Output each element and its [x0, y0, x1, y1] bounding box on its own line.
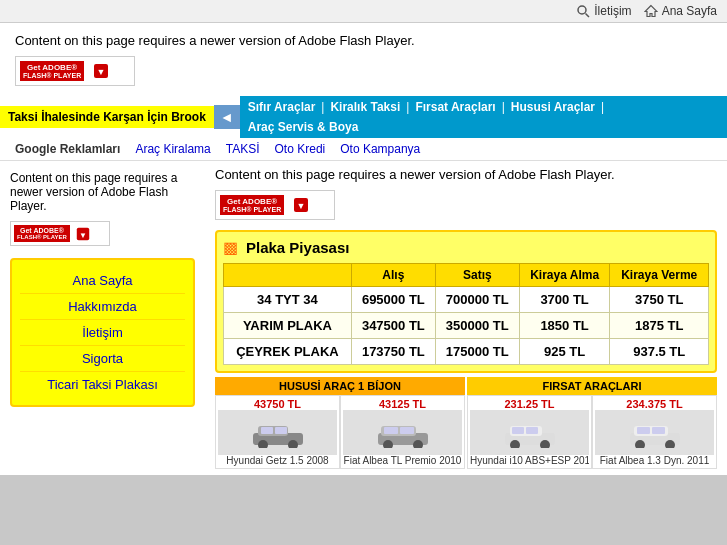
- row-yarim-alis: 347500 TL: [351, 313, 435, 339]
- row-ceyrek-satis: 175000 TL: [435, 339, 519, 365]
- table-row: ÇEYREK PLAKA 173750 TL 175000 TL 925 TL …: [224, 339, 709, 365]
- svg-point-0: [578, 6, 586, 14]
- car-silhouette-2: [373, 418, 433, 448]
- svg-text:▼: ▼: [297, 201, 306, 211]
- row-34tyt34-kiraya-verme: 3750 TL: [610, 287, 709, 313]
- adobe-logo-sm: Get ADOBE® FLASH® PLAYER: [14, 225, 70, 242]
- row-ceyrek-label: ÇEYREK PLAKA: [224, 339, 352, 365]
- sidebar-iletisim[interactable]: İletişim: [20, 320, 185, 346]
- right-col: Content on this page requires a newer ve…: [205, 161, 727, 475]
- nav-yellow-ticker: Taksi İhalesinde Karşan İçin Brook: [0, 106, 214, 128]
- plaka-title: Plaka Piyasası: [246, 239, 349, 256]
- hususi-header: HUSUSİ ARAÇ 1 BÍJON: [215, 377, 465, 395]
- car-name-3: Hyundai i10 ABS+ESP 2011: [470, 455, 589, 466]
- nav-bar: Taksi İhalesinde Karşan İçin Brook ◄ Sıf…: [0, 96, 727, 138]
- car-item: 231.25 TL: [467, 395, 592, 469]
- table-row: YARIM PLAKA 347500 TL 350000 TL 1850 TL …: [224, 313, 709, 339]
- nav-blue-links: Sıfır Araçlar | Kiralık Taksi | Fırsat A…: [240, 96, 727, 138]
- row-yarim-label: YARIM PLAKA: [224, 313, 352, 339]
- sidebar-hakkimizda[interactable]: Hakkımızda: [20, 294, 185, 320]
- nav-firsat-araclari[interactable]: Fırsat Araçları: [415, 100, 495, 114]
- car-silhouette-3: [500, 418, 560, 448]
- car-silhouette-4: [625, 418, 685, 448]
- rss-icon: ▩: [223, 238, 238, 257]
- car-name-4: Fiat Albea 1.3 Dyn. 2011: [595, 455, 714, 466]
- svg-rect-13: [261, 427, 273, 434]
- hususi-arac-section: HUSUSİ ARAÇ 1 BÍJON 43750 TL: [215, 377, 465, 469]
- svg-rect-19: [384, 427, 398, 434]
- row-34tyt34-label: 34 TYT 34: [224, 287, 352, 313]
- row-34tyt34-satis: 700000 TL: [435, 287, 519, 313]
- flash-label: FLASH® PLAYER: [23, 72, 81, 79]
- car-image-1: [218, 410, 337, 455]
- flash-notice-left: Content on this page requires a newer ve…: [10, 171, 195, 213]
- sidebar-menu: Ana Sayfa Hakkımızda İletişim Sigorta Ti…: [10, 258, 195, 407]
- svg-rect-14: [275, 427, 287, 434]
- adobe-label: Get ADOBE®: [27, 63, 77, 72]
- svg-line-1: [586, 13, 590, 17]
- row-ceyrek-kiraya-verme: 937.5 TL: [610, 339, 709, 365]
- firsat-header: FIRSAT ARAÇLARI: [467, 377, 717, 395]
- search-icon: [577, 5, 590, 18]
- top-bar: İletişim Ana Sayfa: [0, 0, 727, 23]
- row-ceyrek-kiraya-alma: 925 TL: [519, 339, 610, 365]
- row-yarim-kiraya-alma: 1850 TL: [519, 313, 610, 339]
- oto-kampanya-link[interactable]: Oto Kampanya: [340, 142, 420, 156]
- flash-notice-right: Content on this page requires a newer ve…: [215, 167, 717, 220]
- flash-badge-top[interactable]: Get ADOBE® FLASH® PLAYER ▼: [15, 56, 135, 86]
- iletisim-link[interactable]: İletişim: [577, 4, 631, 18]
- left-col: Content on this page requires a newer ve…: [0, 161, 205, 475]
- plaka-table: Alış Satış Kiraya Alma Kiraya Verme 34 T…: [223, 263, 709, 365]
- car-image-4: [595, 410, 714, 455]
- taksi-link[interactable]: TAKSİ: [226, 142, 260, 156]
- car-item: 43125 TL: [340, 395, 465, 469]
- sidebar-ticari-taksi[interactable]: Ticari Taksi Plakası: [20, 372, 185, 397]
- svg-rect-31: [637, 427, 650, 434]
- download-icon-sm: ▼: [75, 226, 91, 242]
- svg-rect-32: [652, 427, 665, 434]
- sidebar-sigorta[interactable]: Sigorta: [20, 346, 185, 372]
- plaka-section: ▩ Plaka Piyasası Alış Satış Kiraya Alma …: [215, 230, 717, 373]
- google-label: Google Reklamları: [15, 142, 120, 156]
- arac-kiralama-link[interactable]: Araç Kiralama: [135, 142, 210, 156]
- row-34tyt34-alis: 695000 TL: [351, 287, 435, 313]
- car-name-2: Fiat Albea TL Premio 2010: [343, 455, 462, 466]
- anasayfa-link[interactable]: Ana Sayfa: [644, 4, 717, 18]
- col-header-alis: Alış: [351, 264, 435, 287]
- car-item: 43750 TL: [215, 395, 340, 469]
- car-price-3: 231.25 TL: [470, 398, 589, 410]
- nav-sifir-araclar[interactable]: Sıfır Araçlar: [248, 100, 316, 114]
- svg-rect-26: [526, 427, 538, 434]
- flash-badge-right[interactable]: Get ADOBE® FLASH® PLAYER ▼: [215, 190, 335, 220]
- col-header-kiraya-alma: Kiraya Alma: [519, 264, 610, 287]
- adobe-logo: Get ADOBE® FLASH® PLAYER: [20, 61, 84, 81]
- main-wrapper: İletişim Ana Sayfa Content on this page …: [0, 0, 727, 475]
- flash-notice-top: Content on this page requires a newer ve…: [0, 23, 727, 96]
- car-listings: HUSUSİ ARAÇ 1 BÍJON 43750 TL: [215, 377, 717, 469]
- car-name-1: Hyundai Getz 1.5 2008: [218, 455, 337, 466]
- plaka-header: ▩ Plaka Piyasası: [223, 238, 709, 257]
- nav-kiralik-taksi[interactable]: Kiralık Taksi: [330, 100, 400, 114]
- firsat-items: 231.25 TL: [467, 395, 717, 469]
- table-row: 34 TYT 34 695000 TL 700000 TL 3700 TL 37…: [224, 287, 709, 313]
- car-price-1: 43750 TL: [218, 398, 337, 410]
- row-ceyrek-alis: 173750 TL: [351, 339, 435, 365]
- secondary-nav: Google Reklamları Araç Kiralama TAKSİ Ot…: [0, 138, 727, 161]
- sidebar-ana-sayfa[interactable]: Ana Sayfa: [20, 268, 185, 294]
- col-header-satis: Satış: [435, 264, 519, 287]
- nav-arac-servis[interactable]: Araç Servis & Boya: [248, 120, 359, 134]
- col-header-kiraya-verme: Kiraya Verme: [610, 264, 709, 287]
- flash-badge-left[interactable]: Get ADOBE® FLASH® PLAYER ▼: [10, 221, 110, 246]
- row-yarim-satis: 350000 TL: [435, 313, 519, 339]
- adobe-logo-r: Get ADOBE® FLASH® PLAYER: [220, 195, 284, 215]
- home-icon: [644, 4, 658, 18]
- row-yarim-kiraya-verme: 1875 TL: [610, 313, 709, 339]
- col-header-name: [224, 264, 352, 287]
- download-icon: ▼: [92, 62, 110, 80]
- svg-rect-20: [400, 427, 414, 434]
- svg-rect-25: [512, 427, 524, 434]
- nav-arrow-btn[interactable]: ◄: [214, 105, 240, 129]
- nav-hususi-araclar[interactable]: Hususi Araçlar: [511, 100, 595, 114]
- car-price-2: 43125 TL: [343, 398, 462, 410]
- oto-kredi-link[interactable]: Oto Kredi: [275, 142, 326, 156]
